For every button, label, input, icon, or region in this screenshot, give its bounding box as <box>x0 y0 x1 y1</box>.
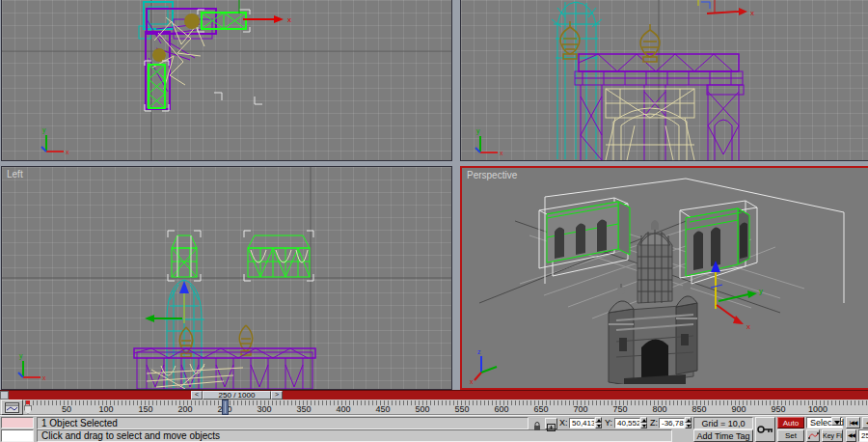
ruler-tick-label: 400 <box>336 404 350 414</box>
ruler-tick-label: 500 <box>415 404 429 414</box>
time-slider-frame-display[interactable]: 250 / 1000 <box>203 391 271 400</box>
tripod-y-label: y <box>476 127 480 135</box>
move-gizmo[interactable]: x <box>698 0 754 17</box>
ruler-tick-label: 200 <box>177 404 192 414</box>
viewport-area: x y x <box>0 0 868 390</box>
ruler-tick-label: 100 <box>98 404 113 414</box>
viewport-left-canvas: y x <box>2 167 451 389</box>
z-coordinate-field[interactable]: -36,785 <box>659 418 685 428</box>
move-gizmo[interactable]: x <box>239 0 291 24</box>
time-slider-handle[interactable]: < 250 / 1000 > <box>191 391 283 400</box>
cream-overlay-model <box>606 89 694 160</box>
gizmo-x-label: x <box>287 15 291 24</box>
ruler-tick-label: 1000 <box>808 404 827 414</box>
selected-object-a[interactable] <box>172 235 197 277</box>
tripod-x-label: x <box>42 374 46 381</box>
ruler-tick-label: 50 <box>62 404 71 414</box>
y-coordinate-field[interactable]: 40,552 <box>614 418 640 428</box>
ruler-tick-label: 750 <box>612 404 627 414</box>
previous-frame-button[interactable]: ◀| <box>862 417 868 428</box>
selected-object-a[interactable] <box>202 13 246 29</box>
mini-curve-editor-icon <box>5 402 19 413</box>
tripod-z-label: z <box>477 348 481 355</box>
curve-icon <box>808 431 819 440</box>
selection-status: 1 Object Selected <box>37 417 529 429</box>
world-axes <box>2 167 451 389</box>
ruler-tick-label: 950 <box>771 404 785 414</box>
keyframe-marker[interactable] <box>26 401 30 404</box>
ruler-tick-label: 550 <box>454 404 469 414</box>
ruler-tick-label: 650 <box>533 404 548 414</box>
key-icon <box>757 424 773 435</box>
ruler-tick-label: 450 <box>375 404 390 414</box>
x-coordinate-label: X: <box>559 418 568 428</box>
default-tangent-button[interactable] <box>806 429 820 442</box>
time-slider-next-button[interactable]: > <box>271 391 283 400</box>
z-spinner[interactable] <box>685 417 692 428</box>
time-slider-left-cap <box>0 391 9 400</box>
y-spinner[interactable] <box>640 417 647 428</box>
set-key-button[interactable]: Set Key <box>777 429 804 442</box>
maxscript-macro-recorder[interactable] <box>1 417 34 428</box>
ruler-tick-label: 150 <box>138 404 152 414</box>
viewport-front[interactable]: x y x <box>460 0 868 161</box>
status-bar: 1 Object Selected Click and drag to sele… <box>0 415 868 442</box>
gizmo-x-label: x <box>750 9 754 17</box>
prompt-line: Click and drag to select and move object… <box>37 429 672 442</box>
auto-key-button[interactable]: Auto Key <box>777 417 804 428</box>
tripod-y-label: y <box>42 126 46 134</box>
teal-tower <box>552 2 602 159</box>
absolute-mode-icon <box>546 423 556 432</box>
add-time-tag-button[interactable]: Add Time Tag <box>693 429 753 442</box>
time-slider-track[interactable]: < 250 / 1000 > <box>0 390 868 400</box>
y-coordinate-label: Y: <box>605 418 612 428</box>
ruler-tick-label: 600 <box>494 404 508 414</box>
viewport-left[interactable]: Left <box>1 166 452 390</box>
time-slider-prev-button[interactable]: < <box>191 391 203 400</box>
keyframe-flag <box>24 405 32 414</box>
viewport-perspective-canvas: x y z x <box>462 168 864 384</box>
white-wire-detail <box>177 235 191 277</box>
grid-size-display: Grid = 10,0 <box>693 417 753 429</box>
x-coordinate-field[interactable]: 50,413 <box>569 418 595 428</box>
viewport-top-canvas: x y x <box>2 0 451 160</box>
x-spinner[interactable] <box>595 417 602 428</box>
previous-key-button[interactable]: ◀◀ <box>846 429 856 442</box>
track-bar[interactable]: 50 100 150 200 250 300 350 400 450 500 5… <box>0 400 868 415</box>
gizmo-y-label: y <box>759 287 763 295</box>
dropdown-arrow-icon[interactable] <box>831 417 841 426</box>
viewport-perspective-label[interactable]: Perspective <box>467 170 517 180</box>
set-key-toggle-button[interactable] <box>755 417 775 442</box>
ruler-tick-label: 350 <box>296 404 311 414</box>
axis-tripod-icon: y x <box>18 352 46 381</box>
key-filters-button[interactable]: Key Filters... <box>822 429 843 442</box>
current-frame-marker[interactable] <box>222 400 229 415</box>
ruler-tick-label: 800 <box>652 404 666 414</box>
z-coordinate-label: Z: <box>650 418 658 428</box>
axis-tripod-icon: y x <box>475 127 503 156</box>
gold-finials <box>560 21 660 62</box>
maxscript-mini-listener[interactable] <box>1 429 34 442</box>
go-to-start-button[interactable]: |◀◀ <box>846 417 860 428</box>
3ds-max-window: x y x <box>0 0 868 442</box>
viewport-perspective[interactable]: Perspective <box>460 166 868 390</box>
mini-curve-editor-button[interactable] <box>1 400 23 415</box>
ruler-tick-label: 700 <box>573 404 587 414</box>
ruler-tick-label: 850 <box>692 404 706 414</box>
current-frame-field[interactable]: 250 <box>858 429 868 442</box>
selection-lock-toggle[interactable] <box>532 418 543 429</box>
selected-object-b[interactable] <box>248 235 310 277</box>
axis-tripod-icon: z x <box>470 348 497 384</box>
selected-wall-left[interactable] <box>547 202 630 262</box>
viewport-left-label[interactable]: Left <box>7 169 23 180</box>
tripod-x-label: x <box>500 150 503 156</box>
tripod-x-label: x <box>470 378 474 384</box>
viewport-front-canvas: x y x <box>461 0 868 160</box>
move-gizmo[interactable]: x y <box>711 261 763 331</box>
ruler-tick-label: 900 <box>731 404 746 414</box>
viewport-top[interactable]: x y x <box>1 0 452 161</box>
ruler-tick-label: 300 <box>257 404 271 414</box>
axis-tripod-icon: y x <box>41 126 69 155</box>
lock-icon <box>532 421 542 431</box>
absolute-offset-mode-toggle[interactable] <box>545 418 557 429</box>
